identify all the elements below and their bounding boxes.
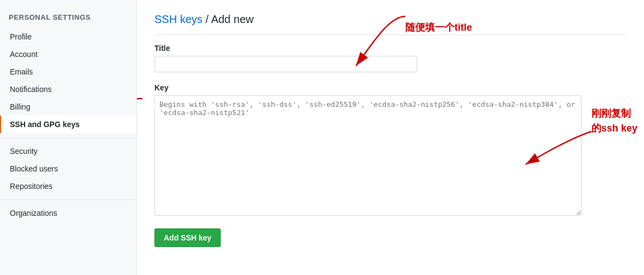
sidebar-item-billing[interactable]: Billing [0,98,136,116]
title-label: Title [154,44,626,53]
breadcrumb-separator: / [203,13,211,25]
sidebar-item-emails[interactable]: Emails [0,63,136,81]
add-ssh-key-button[interactable]: Add SSH key [154,228,221,247]
sidebar-item-account[interactable]: Account [0,45,136,63]
sidebar-divider-2 [0,199,136,200]
title-input[interactable] [154,56,417,72]
main-content: SSH keys / Add new Title Key Add SSH key… [137,0,644,275]
sidebar-item-ssh-gpg-keys[interactable]: SSH and GPG keys [0,116,136,133]
sidebar-item-repositories[interactable]: Repositories [0,177,136,195]
breadcrumb-link[interactable]: SSH keys [154,13,203,25]
sidebar-section-title: Personal settings [0,9,136,28]
key-label: Key [154,83,626,92]
sidebar-item-security[interactable]: Security [0,142,136,160]
breadcrumb: SSH keys / Add new [154,13,626,35]
key-form-group: Key [154,83,626,217]
sidebar-item-organizations[interactable]: Organizations [0,204,136,222]
sidebar: Personal settings Profile Account Emails… [0,0,137,275]
key-textarea[interactable] [154,95,582,216]
title-form-group: Title [154,44,626,72]
sidebar-item-notifications[interactable]: Notifications [0,81,136,98]
sidebar-item-blocked-users[interactable]: Blocked users [0,160,136,177]
sidebar-item-profile[interactable]: Profile [0,28,136,45]
sidebar-divider-1 [0,138,136,138]
breadcrumb-current: Add new [211,13,254,25]
